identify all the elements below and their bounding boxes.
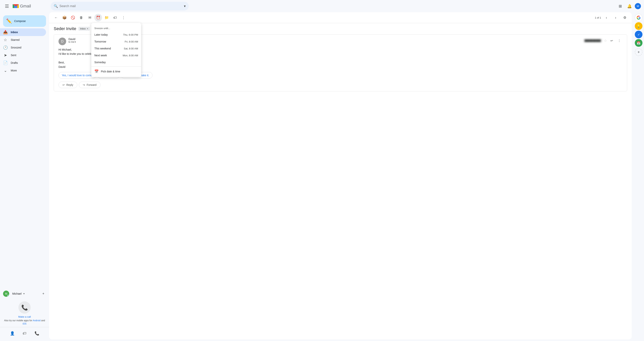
snooze-time: Mon, 8:00 AM <box>123 54 138 57</box>
remove-tag-button[interactable]: × <box>87 27 88 30</box>
calendar-panel-glyph: 📅 <box>637 41 640 45</box>
snooze-label: This weekend <box>94 47 111 50</box>
phone-icon: 📞 <box>21 305 28 311</box>
sidebar-item-label: Sent <box>11 54 43 57</box>
topbar-left: Gmail <box>3 2 49 10</box>
email-area: ← 📦 🚫 🗑 ✉ ⏰ 📁 🏷 ⋮ <box>49 12 632 340</box>
make-call-link[interactable]: Make a call <box>18 315 31 318</box>
sender-avatar: D <box>58 37 66 45</box>
snooze-pick-date[interactable]: 📅 Pick date & time <box>91 67 141 75</box>
compose-button[interactable]: ✏️ Compose <box>3 15 46 27</box>
forward-button[interactable]: ↪ Forward <box>79 82 100 88</box>
sidebar-item-drafts[interactable]: 📄 Drafts <box>0 59 46 67</box>
spam-button[interactable]: 🚫 <box>69 14 77 21</box>
snooze-next-week[interactable]: Next week Mon, 8:00 AM <box>91 52 141 59</box>
email-meta-right: ██████████ ☆ ↩ ⋮ <box>583 37 622 44</box>
call-circle-icon: 📞 <box>18 301 31 314</box>
sidebar-bottom-icons: 👤 🏷 📞 <box>0 327 49 340</box>
chevron-right-icon: › <box>615 16 616 20</box>
search-input[interactable] <box>60 4 182 8</box>
google-apps-panel-icon[interactable] <box>635 14 642 21</box>
snooze-later-today[interactable]: Later today Thu, 6:00 PM <box>91 31 141 38</box>
gear-icon: ⚙ <box>623 15 626 20</box>
more-vert-email-icon: ⋮ <box>618 39 621 42</box>
snooze-someday[interactable]: Someday <box>91 59 141 66</box>
sidebar-item-more[interactable]: ⌄ More <box>0 67 46 74</box>
dropdown-arrow-icon: ▾ <box>24 292 24 295</box>
notifications-button[interactable]: 🔔 <box>626 2 633 10</box>
settings-button[interactable]: ⚙ <box>621 14 629 21</box>
directory-icon[interactable]: 🏷 <box>21 330 28 337</box>
archive-button[interactable]: 📦 <box>60 14 68 21</box>
add-account-button[interactable]: + <box>41 291 46 296</box>
reply-button[interactable]: ↩ Reply <box>58 82 77 88</box>
snooze-time: Thu, 6:00 PM <box>123 33 138 36</box>
gmail-logo-m-icon <box>12 3 19 9</box>
sender-name: David <box>68 37 581 41</box>
sidebar: ✏️ Compose 📥 Inbox ☆ Starred 🕐 Snoozed ➤… <box>0 12 49 341</box>
prev-email-button[interactable]: ‹ <box>602 14 610 21</box>
sender-info: David to me ▾ <box>68 37 581 43</box>
reply-arrow-icon: ↩ <box>62 83 65 86</box>
sender-to[interactable]: to me ▾ <box>68 41 581 43</box>
sender-avatar-initial: D <box>61 39 64 43</box>
reply-icon: ↩ <box>610 39 613 42</box>
more-email-button[interactable]: ⋮ <box>616 37 622 44</box>
delete-button[interactable]: 🗑 <box>78 14 85 21</box>
reply-forward-buttons: ↩ Reply ↪ Forward <box>58 82 622 88</box>
email-greeting: Hi Michael, <box>58 47 622 52</box>
back-button[interactable]: ← <box>52 14 60 21</box>
snooze-this-weekend[interactable]: This weekend Sat, 8:00 AM <box>91 45 141 52</box>
topbar-right: ⊞ 🔔 M <box>616 2 641 10</box>
search-dropdown-icon[interactable]: ▾ <box>184 4 186 8</box>
online-status-dot <box>7 295 9 297</box>
more-vert-icon: ⋮ <box>122 15 125 20</box>
apps-button[interactable]: ⊞ <box>616 2 624 10</box>
sidebar-item-label: More <box>11 69 43 72</box>
next-email-button[interactable]: › <box>612 14 620 21</box>
reply-quick-button[interactable]: ↩ <box>608 37 615 44</box>
more-toolbar-button[interactable]: ⋮ <box>120 14 127 21</box>
sidebar-item-inbox[interactable]: 📥 Inbox <box>0 28 46 36</box>
move-button[interactable]: 📁 <box>103 14 110 21</box>
gmail-logo[interactable]: Gmail <box>12 3 31 9</box>
avatar[interactable]: M <box>3 291 9 297</box>
sidebar-bottom: M Michael ▾ + 📞 Make a call Also try our… <box>0 289 49 340</box>
email-header: D David to me ▾ ██████████ ☆ ↩ <box>58 37 622 45</box>
menu-button[interactable] <box>3 2 11 10</box>
email-body: Hi Michael, I'd like to invite you to ce… <box>58 47 622 69</box>
keep-panel-icon[interactable]: 💡 <box>635 22 642 30</box>
ios-link[interactable]: iOS <box>23 323 26 325</box>
search-icon[interactable]: 🔍 <box>54 4 58 8</box>
star-button[interactable]: ☆ <box>604 38 607 43</box>
label-button[interactable]: 🏷 <box>111 14 119 21</box>
sidebar-item-sent[interactable]: ➤ Sent <box>0 51 46 59</box>
snooze-button[interactable]: ⏰ <box>94 14 102 21</box>
tasks-panel-icon[interactable]: ✓ <box>635 31 642 38</box>
android-link[interactable]: Android <box>32 319 40 322</box>
snooze-label: Tomorrow <box>94 40 106 43</box>
quick-reply-yes[interactable]: Yes, I would love to come. <box>58 72 96 78</box>
search-bar: 🔍 ▾ <box>51 2 189 10</box>
sidebar-item-starred[interactable]: ☆ Starred <box>0 36 46 44</box>
snooze-header: Snooze until... <box>91 24 141 31</box>
snooze-label: Next week <box>94 54 107 57</box>
lightbulb-icon: 💡 <box>637 24 640 28</box>
email-time: ██████████ <box>583 39 602 42</box>
sidebar-item-label: Snoozed <box>11 46 43 49</box>
snooze-tomorrow[interactable]: Tomorrow Fri, 8:00 AM <box>91 38 141 45</box>
mark-read-button[interactable]: ✉ <box>86 14 94 21</box>
phone-bottom-icon[interactable]: 📞 <box>33 330 41 337</box>
envelope-icon: ✉ <box>88 15 91 20</box>
gmail-logo-text: Gmail <box>20 4 31 9</box>
snooze-divider <box>91 66 141 67</box>
calendar-panel-icon[interactable]: 📅 <box>635 39 642 47</box>
contacts-icon[interactable]: 👤 <box>8 330 16 337</box>
user-avatar[interactable]: M <box>635 3 641 9</box>
folder-icon: 📁 <box>104 15 109 20</box>
sidebar-item-snoozed[interactable]: 🕐 Snoozed <box>0 44 46 51</box>
email-signoff: Best, <box>58 60 622 64</box>
add-panel-button[interactable]: + <box>635 48 642 56</box>
draft-icon: 📄 <box>3 60 8 65</box>
inbox-tag[interactable]: Inbox × <box>78 27 90 31</box>
